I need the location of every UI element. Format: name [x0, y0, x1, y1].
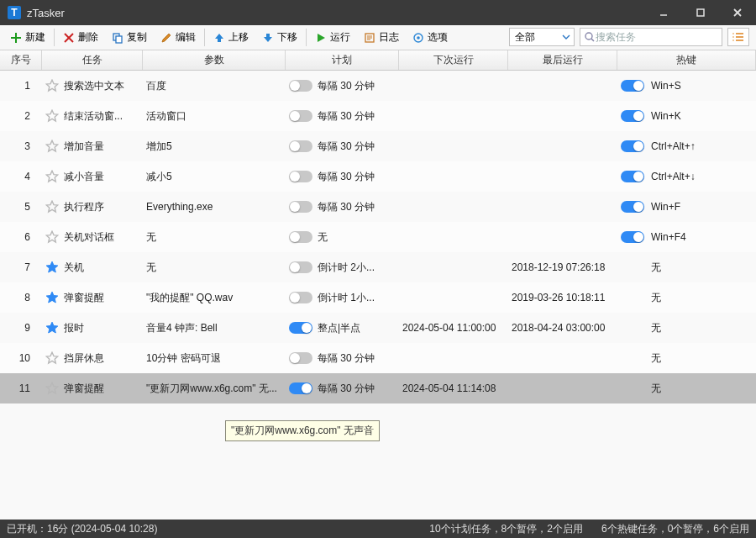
row-no: 9 — [0, 322, 42, 334]
row-plan: 每隔 30 分钟 — [286, 140, 399, 154]
titlebar: T zTasker — [0, 0, 756, 25]
task-row[interactable]: 2结束活动窗...活动窗口每隔 30 分钟Win+K — [0, 101, 756, 131]
hotkey-toggle[interactable] — [621, 171, 644, 182]
edit-button[interactable]: 编辑 — [154, 25, 202, 50]
row-no: 6 — [0, 231, 42, 243]
run-button[interactable]: 运行 — [308, 25, 357, 50]
hotkey-toggle[interactable] — [621, 110, 644, 122]
row-no: 7 — [0, 261, 42, 273]
maximize-button[interactable] — [682, 0, 719, 25]
plan-text: 每隔 30 分钟 — [318, 170, 375, 184]
row-param: 10分钟 密码可退 — [143, 351, 286, 366]
row-hotkey: 无 — [617, 291, 756, 305]
col-hot[interactable]: 热键 — [617, 50, 756, 70]
search-input[interactable] — [596, 31, 713, 43]
row-param: "我的提醒" QQ.wav — [143, 291, 286, 305]
row-param: 减小5 — [143, 170, 286, 184]
star-icon[interactable] — [45, 321, 59, 335]
plan-toggle[interactable] — [289, 322, 312, 334]
plan-toggle[interactable] — [289, 201, 312, 213]
star-icon[interactable] — [45, 200, 59, 214]
star-icon[interactable] — [45, 109, 59, 123]
log-icon — [364, 32, 375, 44]
row-plan: 倒计时 1小... — [286, 291, 399, 305]
task-row[interactable]: 6关机对话框无无Win+F4 — [0, 222, 756, 252]
task-row[interactable]: 8弹窗提醒"我的提醒" QQ.wav倒计时 1小...2019-03-26 10… — [0, 282, 756, 313]
row-no: 4 — [0, 171, 42, 182]
row-plan: 每隔 30 分钟 — [286, 382, 399, 396]
copy-button[interactable]: 复制 — [105, 25, 154, 50]
row-hotkey: 无 — [617, 382, 756, 396]
hotkey-toggle[interactable] — [621, 201, 644, 213]
app-logo-icon: T — [7, 5, 22, 20]
plan-toggle[interactable] — [289, 352, 312, 364]
row-hotkey: Win+K — [617, 110, 756, 122]
plan-toggle[interactable] — [289, 80, 312, 92]
star-icon[interactable] — [45, 79, 59, 92]
filter-dropdown[interactable]: 全部 — [509, 28, 575, 46]
task-row[interactable]: 11弹窗提醒"更新刀网www.x6g.com" 无...每隔 30 分钟2024… — [0, 373, 756, 404]
svg-point-18 — [585, 33, 592, 40]
new-button[interactable]: 新建 — [3, 25, 52, 50]
task-row[interactable]: 7关机无倒计时 2小...2018-12-19 07:26:18无 — [0, 252, 756, 282]
row-param: Everything.exe — [143, 201, 286, 213]
col-param[interactable]: 参数 — [143, 50, 286, 70]
star-icon[interactable] — [45, 170, 59, 183]
arrow-up-icon — [213, 32, 225, 44]
task-name: 挡屏休息 — [64, 351, 104, 366]
minimize-button[interactable] — [645, 0, 682, 25]
row-no: 10 — [0, 352, 42, 364]
search-box[interactable] — [580, 28, 722, 46]
star-icon[interactable] — [45, 140, 59, 153]
star-icon[interactable] — [45, 261, 59, 274]
plan-text: 倒计时 2小... — [318, 261, 375, 275]
task-row[interactable]: 4减小音量减小5每隔 30 分钟Ctrl+Alt+↓ — [0, 161, 756, 192]
task-row[interactable]: 5执行程序Everything.exe每隔 30 分钟Win+F — [0, 192, 756, 222]
close-button[interactable] — [719, 0, 756, 25]
pencil-icon — [160, 32, 172, 44]
row-plan: 每隔 30 分钟 — [286, 170, 399, 184]
task-row[interactable]: 9报时音量4 钟声: Bell整点|半点2024-05-04 11:00:002… — [0, 313, 756, 343]
col-next[interactable]: 下次运行 — [399, 50, 508, 70]
move-down-button[interactable]: 下移 — [255, 25, 304, 50]
hotkey-toggle[interactable] — [621, 80, 644, 92]
col-last[interactable]: 最后运行 — [508, 50, 617, 70]
hotkey-toggle[interactable] — [621, 140, 644, 152]
plan-text: 整点|半点 — [318, 321, 360, 335]
col-plan[interactable]: 计划 — [286, 50, 399, 70]
task-row[interactable]: 3增加音量增加5每隔 30 分钟Ctrl+Alt+↑ — [0, 131, 756, 161]
plan-text: 每隔 30 分钟 — [318, 79, 375, 93]
star-icon[interactable] — [45, 291, 59, 304]
list-view-button[interactable] — [727, 28, 749, 46]
plan-text: 倒计时 1小... — [318, 291, 375, 305]
star-icon[interactable] — [45, 382, 59, 395]
plan-toggle[interactable] — [289, 140, 312, 152]
task-row[interactable]: 1搜索选中文本百度每隔 30 分钟Win+S — [0, 71, 756, 101]
row-param: 百度 — [143, 79, 286, 93]
task-row[interactable]: 10挡屏休息10分钟 密码可退每隔 30 分钟无 — [0, 343, 756, 373]
log-button[interactable]: 日志 — [357, 25, 406, 50]
row-no: 8 — [0, 292, 42, 303]
row-hotkey: Win+S — [617, 80, 756, 92]
plan-toggle[interactable] — [289, 171, 312, 182]
row-task: 弹窗提醒 — [42, 291, 143, 305]
star-icon[interactable] — [45, 230, 59, 244]
plan-toggle[interactable] — [289, 231, 312, 243]
row-task: 减小音量 — [42, 170, 143, 184]
row-hotkey: Ctrl+Alt+↑ — [617, 140, 756, 152]
svg-text:T: T — [11, 7, 18, 18]
plan-toggle[interactable] — [289, 382, 312, 394]
plan-toggle[interactable] — [289, 110, 312, 122]
star-icon[interactable] — [45, 351, 59, 365]
plan-toggle[interactable] — [289, 292, 312, 303]
row-last: 2018-04-24 03:00:00 — [508, 322, 617, 334]
row-task: 报时 — [42, 321, 143, 335]
plan-toggle[interactable] — [289, 261, 312, 273]
row-param: 活动窗口 — [143, 109, 286, 124]
col-no[interactable]: 序号 — [0, 50, 42, 70]
delete-button[interactable]: 删除 — [56, 25, 105, 50]
hotkey-toggle[interactable] — [621, 231, 644, 243]
col-task[interactable]: 任务 — [42, 50, 143, 70]
options-button[interactable]: 选项 — [406, 25, 454, 50]
move-up-button[interactable]: 上移 — [207, 25, 255, 50]
